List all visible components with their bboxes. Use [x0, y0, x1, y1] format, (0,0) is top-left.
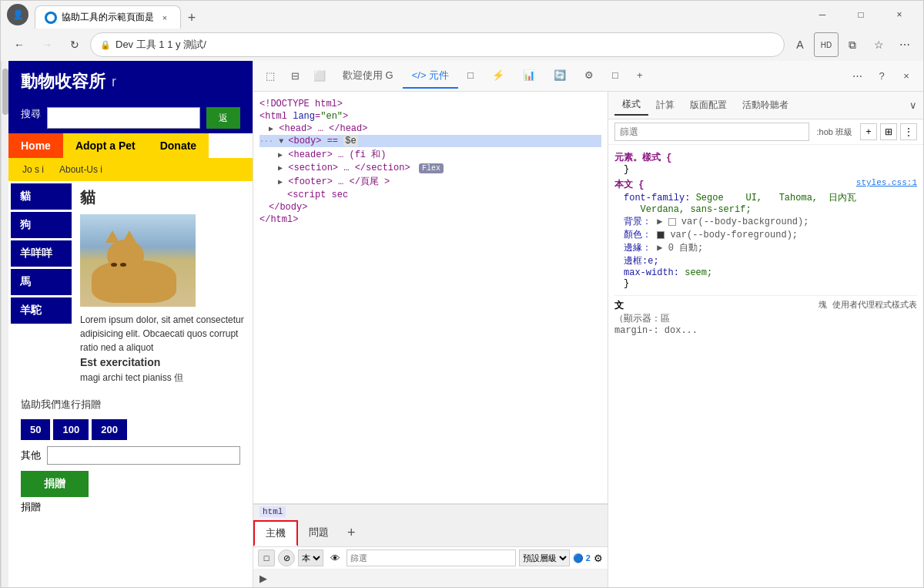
- nav-home[interactable]: Home: [8, 133, 63, 158]
- html-section[interactable]: ▶ <section> … </section> Flex: [259, 162, 601, 174]
- address-text: Dev 工具 1 1 y 測試/: [116, 38, 775, 52]
- active-tab[interactable]: 協助工具的示範頁面是 ×: [35, 5, 181, 29]
- body-maxwidth: max-width: seem;: [614, 267, 917, 278]
- console-filter-clear[interactable]: ⊘: [278, 549, 295, 566]
- tab-close-button[interactable]: ×: [159, 12, 171, 24]
- search-button[interactable]: 返: [206, 107, 240, 129]
- nav-donate[interactable]: Donate: [148, 133, 209, 158]
- devtools-device-tool[interactable]: ⊟: [284, 66, 306, 87]
- sub-menu-jos[interactable]: Jo s i: [15, 161, 52, 178]
- console-settings-gear[interactable]: ⚙: [594, 553, 603, 564]
- html-doctype[interactable]: <!DOCTYPE html>: [259, 98, 601, 110]
- window-close-button[interactable]: ×: [882, 2, 917, 27]
- body-color: 顏色： var(--body-foreground);: [614, 228, 917, 241]
- donate-100[interactable]: 100: [53, 419, 89, 440]
- devtools-tab-network[interactable]: □: [458, 64, 483, 89]
- address-bar[interactable]: 🔒 Dev 工具 1 1 y 測試/: [90, 32, 785, 57]
- donate-200[interactable]: 200: [92, 419, 127, 440]
- nav-actions: A HD ⧉ ☆ ⋯: [788, 32, 917, 57]
- donate-button[interactable]: 捐贈: [21, 471, 89, 497]
- tab-title: 協助工具的示範頁面是: [62, 11, 154, 24]
- page-scroll-thumb[interactable]: [2, 69, 8, 115]
- search-input[interactable]: [47, 107, 200, 129]
- expand-arrow[interactable]: ▶: [253, 570, 608, 587]
- sub-menu-about[interactable]: About-Us i: [52, 161, 110, 178]
- devtools-tab-perf[interactable]: ⚡: [483, 64, 514, 89]
- styles-more-btn[interactable]: ⋮: [900, 123, 917, 140]
- extensions-button[interactable]: ⧉: [840, 32, 865, 57]
- html-html[interactable]: <html lang="en">: [259, 110, 601, 123]
- breadcrumb-html[interactable]: html: [259, 506, 286, 517]
- window-minimize-button[interactable]: ─: [805, 2, 840, 27]
- styles-tab-styles[interactable]: 樣式: [614, 95, 648, 116]
- donate-help: 協助我們進行捐贈: [21, 397, 240, 413]
- devtools-tab-add[interactable]: +: [628, 64, 652, 89]
- styles-copy-btn[interactable]: ⊞: [880, 123, 897, 140]
- hd-button[interactable]: HD: [814, 32, 839, 57]
- console-filter-eye[interactable]: 👁: [326, 549, 343, 566]
- read-aloud-button[interactable]: A: [788, 32, 812, 57]
- styles-source-ref[interactable]: styles.css:1: [856, 178, 917, 187]
- devtools-help-btn[interactable]: ?: [871, 66, 892, 87]
- devtools-tab-lighthouse[interactable]: □: [603, 64, 628, 89]
- styles-add-rule-btn[interactable]: +: [860, 123, 877, 140]
- new-tab-button[interactable]: +: [181, 7, 203, 29]
- devtools-more-actions: ⋯ ? ×: [846, 66, 917, 87]
- nav-adopt[interactable]: Adopt a Pet: [63, 133, 148, 158]
- console-tab-add[interactable]: +: [340, 522, 363, 544]
- devtools-tab-elements[interactable]: </> 元件: [403, 64, 458, 89]
- console-filter-input[interactable]: [346, 549, 516, 566]
- devtools-tab-security[interactable]: ⚙: [575, 64, 603, 89]
- devtools-left-panel: <!DOCTYPE html> <html lang="en"> ▶ <head…: [253, 92, 608, 587]
- html-body[interactable]: ··· ▼ <body> == $e: [259, 135, 601, 147]
- content-heading: 貓: [80, 187, 246, 208]
- sidebar-camel[interactable]: 羊駝: [11, 297, 72, 324]
- html-script[interactable]: <script sec: [259, 189, 601, 201]
- styles-filter-input[interactable]: [614, 123, 809, 141]
- favorites-button[interactable]: ☆: [866, 32, 891, 57]
- styles-tab-computed[interactable]: 計算: [648, 96, 682, 115]
- devtools-close-btn[interactable]: ×: [896, 66, 917, 87]
- styles-filter-bar: :hob 班級 + ⊞ ⋮: [608, 119, 923, 145]
- devtools-panel-tool[interactable]: ⬜: [309, 66, 330, 87]
- pseudo-class-label[interactable]: :hob 班級: [812, 125, 857, 139]
- devtools-select-tool[interactable]: ⬚: [259, 66, 281, 87]
- styles-tab-listeners[interactable]: 活動聆聽者: [735, 96, 796, 115]
- sidebar-cat[interactable]: 貓: [11, 183, 72, 210]
- donate-50[interactable]: 50: [21, 419, 50, 440]
- breadcrumb-bar: html: [253, 504, 608, 519]
- window-controls: ─ □ ×: [805, 2, 917, 27]
- refresh-button[interactable]: ↻: [62, 32, 87, 57]
- inherited-block: 文 塊 使用者代理程式樣式表 （顯示器：區 margin-: dox...: [614, 295, 917, 336]
- html-head[interactable]: ▶ <head> … </head>: [259, 123, 601, 135]
- title-bar: 👤 協助工具的示範頁面是 × + ─ □ ×: [1, 1, 923, 29]
- devtools-tab-application[interactable]: 🔄: [544, 64, 575, 89]
- sidebar-dog[interactable]: 狗: [11, 212, 72, 238]
- inherited-source: 塊 使用者代理程式樣式表: [819, 299, 917, 311]
- window-maximize-button[interactable]: □: [843, 2, 879, 27]
- page-scroll-track[interactable]: [1, 61, 8, 587]
- console-filter-record[interactable]: □: [258, 549, 275, 566]
- more-button[interactable]: ⋯: [892, 32, 917, 57]
- back-button[interactable]: ←: [7, 32, 32, 57]
- console-filter-source[interactable]: 本: [298, 549, 323, 566]
- html-header[interactable]: ▶ <header> … (fi 和): [259, 147, 601, 162]
- devtools-tab-memory[interactable]: 📊: [514, 64, 544, 89]
- forward-button[interactable]: →: [35, 32, 59, 57]
- console-tab-issues[interactable]: 問題: [298, 521, 340, 544]
- element-styles-close: }: [614, 164, 917, 175]
- console-filter-levels[interactable]: 預設層級: [519, 549, 570, 566]
- element-styles-selector: 元素。樣式 {: [614, 151, 917, 164]
- devtools-more-btn[interactable]: ⋯: [846, 66, 868, 87]
- console-tab-host[interactable]: 主機: [253, 520, 298, 546]
- other-input[interactable]: [47, 446, 240, 465]
- html-html-close[interactable]: </html>: [259, 213, 601, 226]
- styles-expand-btn[interactable]: ∨: [909, 99, 917, 111]
- other-row: 其他: [21, 446, 240, 465]
- styles-tab-layout[interactable]: 版面配置: [682, 96, 735, 115]
- html-body-close[interactable]: </body>: [259, 201, 601, 213]
- devtools-tab-welcome[interactable]: 歡迎使用 G: [333, 64, 403, 89]
- sidebar-horse[interactable]: 馬: [11, 269, 72, 295]
- html-footer[interactable]: ▶ <footer> … </頁尾 >: [259, 174, 601, 189]
- sidebar-sheep[interactable]: 羊咩咩: [11, 240, 72, 267]
